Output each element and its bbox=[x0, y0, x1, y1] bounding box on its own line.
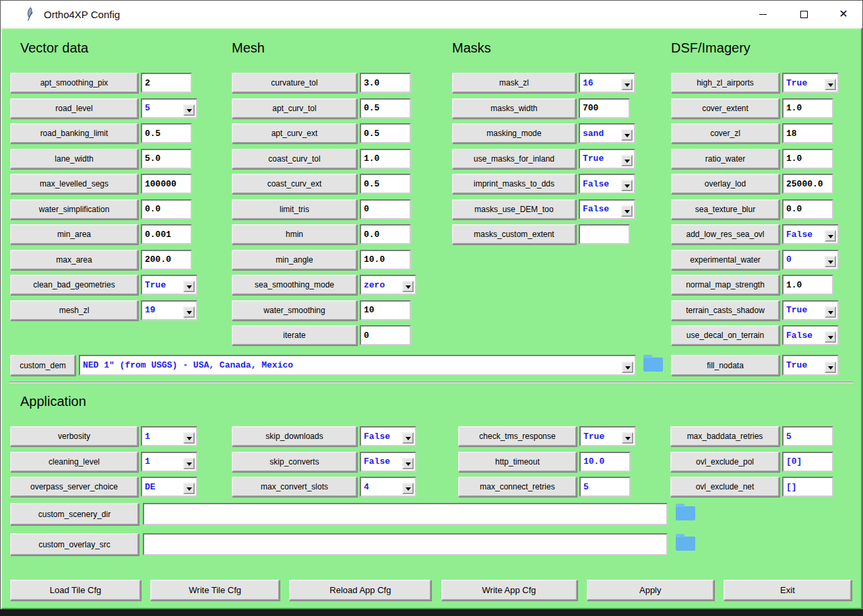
chevron-down-icon[interactable] bbox=[183, 281, 195, 292]
param-button-limit_tris[interactable]: limit_tris bbox=[232, 199, 357, 219]
entry-water_smoothing[interactable]: 10 bbox=[360, 300, 411, 320]
apply-button[interactable]: Apply bbox=[587, 580, 714, 601]
combo-experimental_water[interactable]: 0 bbox=[782, 250, 839, 270]
entry-min_angle[interactable]: 10.0 bbox=[360, 250, 411, 270]
chevron-down-icon[interactable] bbox=[825, 230, 836, 242]
chevron-down-icon[interactable] bbox=[621, 155, 633, 166]
chevron-down-icon[interactable] bbox=[621, 180, 633, 191]
param-button-coast_curv_ext[interactable]: coast_curv_ext bbox=[232, 174, 357, 194]
param-button-road_banking_limit[interactable]: road_banking_limit bbox=[10, 123, 138, 143]
param-button-apt_smoothing_pix[interactable]: apt_smoothing_pix bbox=[10, 73, 138, 93]
entry-masks_width[interactable]: 700 bbox=[579, 98, 630, 118]
entry-ratio_water[interactable]: 1.0 bbox=[782, 149, 833, 169]
param-button-masking_mode[interactable]: masking_mode bbox=[452, 123, 576, 143]
param-button-masks_width[interactable]: masks_width bbox=[452, 98, 576, 118]
combo-add_low_res_sea_ovl[interactable]: False bbox=[782, 224, 839, 244]
entry-http_timeout[interactable]: 10.0 bbox=[579, 452, 631, 472]
entry-cover_zl[interactable]: 18 bbox=[782, 123, 833, 143]
entry-hmin[interactable]: 0.0 bbox=[360, 224, 411, 244]
param-button-http_timeout[interactable]: http_timeout bbox=[458, 452, 577, 472]
combo-overpass_server_choice[interactable]: DE bbox=[141, 477, 197, 497]
combo-cleaning_level[interactable]: 1 bbox=[141, 452, 197, 472]
entry-custom_scenery_dir[interactable] bbox=[143, 503, 668, 525]
combo-road_level[interactable]: 5 bbox=[141, 98, 197, 118]
param-button-road_level[interactable]: road_level bbox=[10, 98, 138, 118]
param-button-overpass_server_choice[interactable]: overpass_server_choice bbox=[10, 477, 138, 497]
param-button-fill_nodata[interactable]: fill_nodata bbox=[671, 355, 779, 376]
param-button-use_masks_for_inland[interactable]: use_masks_for_inland bbox=[452, 149, 576, 169]
combo-use_masks_for_inland[interactable]: True bbox=[579, 149, 635, 169]
combo-fill_nodata[interactable]: True bbox=[782, 355, 839, 376]
minimize-button[interactable] bbox=[747, 1, 778, 28]
param-button-terrain_casts_shadow[interactable]: terrain_casts_shadow bbox=[671, 300, 779, 320]
chevron-down-icon[interactable] bbox=[622, 362, 633, 373]
chevron-down-icon[interactable] bbox=[402, 432, 414, 444]
chevron-down-icon[interactable] bbox=[402, 281, 414, 292]
entry-road_banking_limit[interactable]: 0.5 bbox=[141, 123, 192, 143]
chevron-down-icon[interactable] bbox=[825, 306, 836, 318]
chevron-down-icon[interactable] bbox=[825, 362, 836, 373]
entry-apt_curv_ext[interactable]: 0.5 bbox=[360, 123, 411, 143]
param-button-imprint_masks_to_dds[interactable]: imprint_masks_to_dds bbox=[452, 174, 576, 194]
param-button-add_low_res_sea_ovl[interactable]: add_low_res_sea_ovl bbox=[671, 224, 779, 244]
param-button-min_area[interactable]: min_area bbox=[10, 224, 138, 244]
combo-sea_smoothing_mode[interactable]: zero bbox=[360, 275, 416, 295]
param-button-max_baddata_retries[interactable]: max_baddata_retries bbox=[670, 426, 779, 446]
entry-sea_texture_blur[interactable]: 0.0 bbox=[782, 199, 833, 219]
combo-mask_zl[interactable]: 16 bbox=[579, 73, 635, 93]
chevron-down-icon[interactable] bbox=[183, 432, 195, 444]
param-button-use_decal_on_terrain[interactable]: use_decal_on_terrain bbox=[671, 325, 779, 345]
entry-max_levelled_segs[interactable]: 100000 bbox=[141, 174, 192, 194]
param-button-water_simplification[interactable]: water_simplification bbox=[10, 199, 138, 219]
chevron-down-icon[interactable] bbox=[622, 432, 633, 444]
exit-button[interactable]: Exit bbox=[724, 580, 852, 601]
reload-app-cfg-button[interactable]: Reload App Cfg bbox=[289, 580, 431, 601]
entry-water_simplification[interactable]: 0.0 bbox=[141, 199, 192, 219]
combo-custom_dem[interactable]: NED 1" (from USGS) - USA, Canada, Mexico bbox=[79, 355, 636, 376]
combo-clean_bad_geometries[interactable]: True bbox=[141, 275, 197, 295]
combo-masking_mode[interactable]: sand bbox=[579, 123, 635, 143]
combo-use_decal_on_terrain[interactable]: False bbox=[782, 325, 839, 345]
chevron-down-icon[interactable] bbox=[183, 483, 195, 494]
combo-skip_downloads[interactable]: False bbox=[360, 426, 416, 446]
maximize-button[interactable] bbox=[788, 1, 819, 28]
entry-max_baddata_retries[interactable]: 5 bbox=[782, 426, 833, 446]
combo-verbosity[interactable]: 1 bbox=[141, 426, 197, 446]
combo-mesh_zl[interactable]: 19 bbox=[141, 300, 197, 320]
entry-ovl_exclude_net[interactable]: [] bbox=[782, 477, 833, 497]
chevron-down-icon[interactable] bbox=[621, 79, 633, 90]
close-button[interactable]: ✕ bbox=[828, 1, 859, 28]
param-button-ratio_water[interactable]: ratio_water bbox=[671, 149, 779, 169]
browse-overlay-folder-icon[interactable] bbox=[676, 537, 695, 551]
param-button-lane_width[interactable]: lane_width bbox=[10, 149, 138, 169]
chevron-down-icon[interactable] bbox=[825, 79, 836, 90]
param-button-hmin[interactable]: hmin bbox=[232, 224, 357, 244]
combo-high_zl_airports[interactable]: True bbox=[782, 73, 839, 93]
param-button-mesh_zl[interactable]: mesh_zl bbox=[10, 300, 138, 320]
browse-scenery-folder-icon[interactable] bbox=[676, 506, 695, 520]
param-button-max_levelled_segs[interactable]: max_levelled_segs bbox=[10, 174, 138, 194]
chevron-down-icon[interactable] bbox=[621, 205, 633, 217]
param-button-coast_curv_tol[interactable]: coast_curv_tol bbox=[232, 149, 357, 169]
entry-custom_overlay_src[interactable] bbox=[143, 533, 668, 555]
entry-max_area[interactable]: 200.0 bbox=[141, 250, 192, 270]
chevron-down-icon[interactable] bbox=[183, 306, 195, 318]
chevron-down-icon[interactable] bbox=[402, 458, 414, 469]
param-button-iterate[interactable]: iterate bbox=[232, 325, 357, 345]
chevron-down-icon[interactable] bbox=[183, 458, 195, 469]
combo-terrain_casts_shadow[interactable]: True bbox=[782, 300, 839, 320]
entry-apt_smoothing_pix[interactable]: 2 bbox=[141, 73, 192, 93]
chevron-down-icon[interactable] bbox=[825, 256, 836, 267]
param-button-max_connect_retries[interactable]: max_connect_retries bbox=[458, 477, 577, 497]
param-button-ovl_exclude_net[interactable]: ovl_exclude_net bbox=[670, 477, 779, 497]
combo-imprint_masks_to_dds[interactable]: False bbox=[579, 174, 635, 194]
combo-check_tms_response[interactable]: True bbox=[579, 426, 636, 446]
write-app-cfg-button[interactable]: Write App Cfg bbox=[441, 580, 577, 601]
chevron-down-icon[interactable] bbox=[402, 483, 414, 494]
param-button-experimental_water[interactable]: experimental_water bbox=[671, 250, 779, 270]
param-button-verbosity[interactable]: verbosity bbox=[10, 426, 138, 446]
param-button-masks_use_DEM_too[interactable]: masks_use_DEM_too bbox=[452, 199, 576, 219]
entry-apt_curv_tol[interactable]: 0.5 bbox=[360, 98, 411, 118]
chevron-down-icon[interactable] bbox=[825, 331, 836, 343]
param-button-min_angle[interactable]: min_angle bbox=[232, 250, 357, 270]
